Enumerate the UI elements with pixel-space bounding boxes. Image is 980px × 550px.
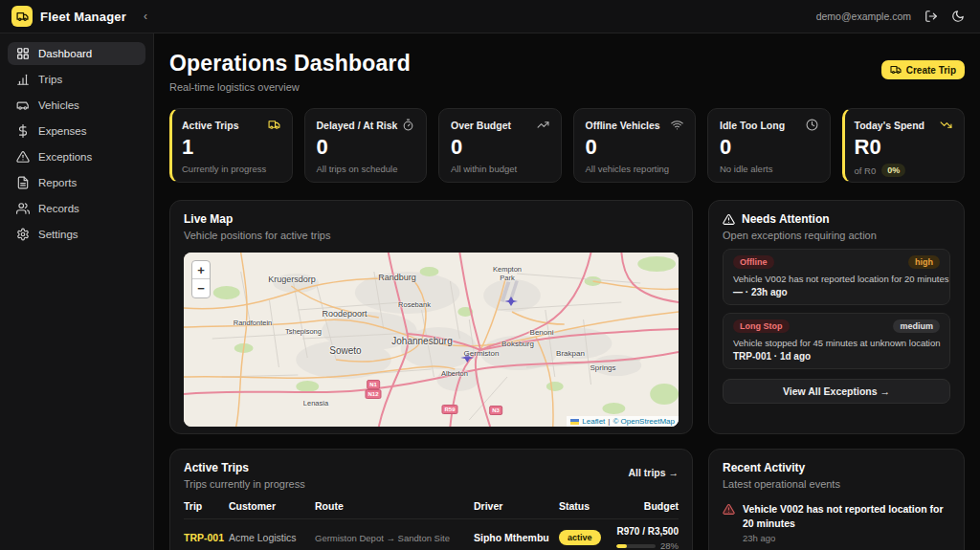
stat-card-active-trips: Active Trips 1 Currently in progress: [169, 108, 293, 183]
live-map-title: Live Map: [184, 212, 679, 226]
exception-card[interactable]: Long Stop medium Vehicle stopped for 45 …: [723, 313, 950, 369]
sidebar: Dashboard Trips Vehicles Expenses Except…: [0, 33, 154, 550]
map[interactable]: Krugersdorp Randburg Kempton Park Roseba…: [184, 253, 679, 427]
map-label: Kempton Park: [493, 265, 522, 282]
trips-table: Trip Customer Route Driver Status Budget…: [184, 498, 679, 550]
sidebar-item-label: Dashboard: [38, 48, 92, 59]
trending-down-icon: [940, 119, 952, 131]
stat-card-todays-spend: Today's Spend R0 of R00%: [842, 108, 966, 183]
brand-name: Fleet Manager: [40, 10, 126, 24]
page-title: Operations Dashboard: [169, 51, 411, 77]
app-logo-icon: [11, 6, 33, 27]
map-label: Brakpan: [556, 349, 585, 358]
map-attribution: Leaflet | © OpenStreetMap: [567, 416, 679, 427]
stat-card-idle: Idle Too Long 0 No idle alerts: [707, 108, 831, 183]
map-label: Alberton: [441, 369, 468, 378]
road-shield: N3: [489, 406, 502, 415]
map-label: Lenasia: [303, 399, 328, 407]
logout-icon[interactable]: [924, 10, 938, 23]
zoom-out-button[interactable]: −: [192, 279, 210, 297]
road-shield: N1: [367, 380, 380, 389]
sidebar-item-settings[interactable]: Settings: [8, 223, 145, 246]
map-label: Soweto: [329, 345, 361, 356]
sidebar-item-reports[interactable]: Reports: [8, 171, 145, 194]
map-label: Johannesburg: [391, 336, 452, 346]
exception-card[interactable]: Offline high Vehicle V002 has not report…: [723, 249, 950, 305]
osm-link[interactable]: © OpenStreetMap: [612, 417, 675, 426]
ukraine-flag-icon: [570, 419, 579, 425]
recent-activity-panel: Recent Activity Latest operational event…: [708, 449, 965, 550]
brand: Fleet Manager ‹: [11, 6, 147, 27]
timer-icon: [402, 119, 414, 131]
map-label: Randfontein: [234, 319, 272, 327]
map-label: Germiston: [464, 349, 500, 358]
road-shield: N12: [365, 389, 381, 399]
alert-triangle-icon: [723, 503, 735, 516]
map-zoom-control: + −: [191, 260, 211, 298]
sidebar-item-label: Records: [38, 203, 79, 214]
sidebar-item-exceptions[interactable]: Exceptions: [8, 145, 145, 168]
clock-icon: [806, 119, 818, 131]
trip-status-badge: active: [559, 530, 601, 545]
leaflet-link[interactable]: Leaflet: [582, 417, 605, 426]
map-label: Boksburg: [501, 340, 534, 348]
severity-badge: high: [908, 255, 940, 269]
zoom-in-button[interactable]: +: [192, 261, 210, 279]
trending-up-icon: [537, 119, 549, 131]
sidebar-item-label: Settings: [38, 229, 78, 240]
user-email: demo@example.com: [816, 11, 911, 22]
sidebar-item-label: Exceptions: [38, 151, 92, 163]
sidebar-item-vehicles[interactable]: Vehicles: [8, 94, 145, 117]
sidebar-item-trips[interactable]: Trips: [8, 68, 145, 91]
sidebar-item-label: Vehicles: [38, 99, 79, 111]
alert-triangle-icon: [723, 213, 735, 226]
all-trips-link[interactable]: All trips →: [628, 467, 679, 478]
topbar: Fleet Manager ‹ demo@example.com: [0, 0, 980, 33]
sidebar-item-records[interactable]: Records: [8, 197, 145, 220]
exception-type-badge: Offline: [733, 255, 774, 269]
page-subtitle: Real-time logistics overview: [169, 81, 411, 93]
map-label: Tshepisong: [285, 327, 322, 336]
wifi-icon: [671, 119, 683, 131]
truck-icon: [890, 64, 902, 76]
stat-card-over-budget: Over Budget 0 All within budget: [438, 108, 562, 183]
sidebar-collapse-button[interactable]: ‹: [144, 10, 147, 23]
trip-row[interactable]: TRP-001 Acme Logistics Germiston Depot →…: [184, 519, 679, 550]
sidebar-item-label: Expenses: [38, 125, 87, 137]
budget-progress-bar: [616, 544, 656, 548]
activity-item: Vehicle V002 has not reported location f…: [723, 502, 950, 543]
view-all-exceptions-button[interactable]: View All Exceptions →: [723, 379, 950, 404]
map-label: Roodepoort: [322, 309, 367, 319]
stat-card-delayed: Delayed / At Risk 0 All trips on schedul…: [304, 108, 428, 183]
exception-type-badge: Long Stop: [733, 319, 790, 333]
map-label: Krugersdorp: [268, 275, 316, 284]
map-label: Springs: [590, 363, 615, 372]
sidebar-item-expenses[interactable]: Expenses: [8, 120, 145, 143]
severity-badge: medium: [893, 319, 940, 333]
map-label: Randburg: [378, 273, 416, 282]
map-label: Benoni: [530, 328, 554, 337]
dark-mode-toggle-icon[interactable]: [951, 10, 965, 23]
sidebar-item-label: Reports: [38, 177, 77, 188]
sidebar-item-dashboard[interactable]: Dashboard: [8, 42, 145, 65]
truck-icon: [268, 119, 280, 131]
active-trips-panel: Active Trips Trips currently in progress…: [169, 449, 693, 550]
stat-card-offline-vehicles: Offline Vehicles 0 All vehicles reportin…: [573, 108, 697, 183]
needs-attention-panel: Needs Attention Open exceptions requirin…: [708, 200, 965, 434]
map-label: Rosebank: [398, 300, 431, 309]
create-trip-button[interactable]: Create Trip: [881, 60, 965, 79]
main-content: Operations Dashboard Real-time logistics…: [154, 33, 980, 550]
needs-attention-title: Needs Attention: [742, 212, 830, 226]
live-map-panel: Live Map Vehicle positions for active tr…: [169, 200, 693, 434]
spend-percent-badge: 0%: [881, 164, 905, 177]
sidebar-item-label: Trips: [38, 74, 62, 85]
road-shield: R59: [441, 405, 457, 414]
